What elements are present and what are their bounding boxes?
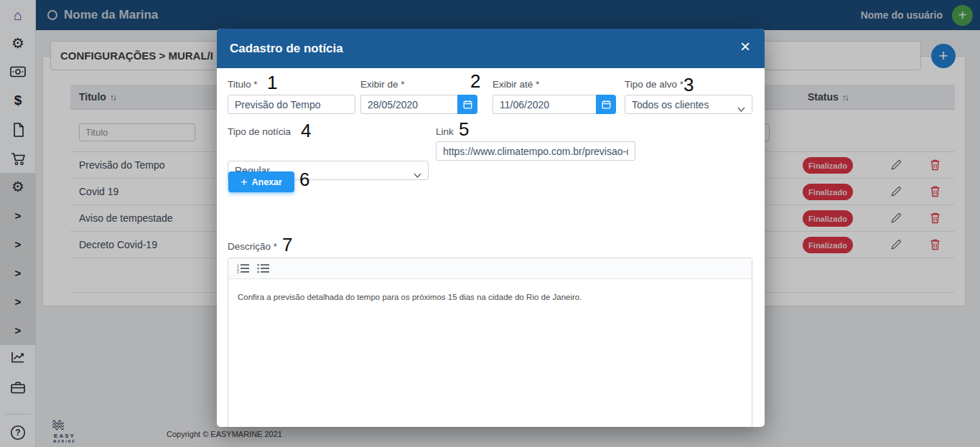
svg-text:3: 3 [237, 270, 239, 273]
app-frame: ⌂ ⚙ $ ⚙ > > > > > ? Nome da Marina [0, 0, 980, 447]
bullet-list-icon[interactable] [257, 263, 270, 273]
step-number-2: 2 [470, 72, 480, 90]
descricao-editor: 123 Confira a previsão detalhada do temp… [228, 258, 752, 427]
news-register-modal: Cadastro de notícia × Titulo * Exibir de… [217, 29, 765, 427]
exibir-ate-input[interactable] [493, 95, 596, 114]
anexar-button[interactable]: + Anexar [228, 171, 294, 192]
descricao-content[interactable]: Confira a previsão detalhada do tempo pa… [228, 279, 752, 315]
ordered-list-icon[interactable]: 123 [237, 263, 250, 273]
calendar-icon[interactable] [457, 95, 477, 114]
step-number-6: 6 [299, 170, 309, 189]
exibir-ate-label: Exibir até * [493, 79, 539, 90]
tipo-alvo-label: Tipo de alvo * [625, 79, 683, 90]
step-number-3: 3 [683, 75, 694, 94]
modal-title: Cadastro de notícia [230, 42, 343, 56]
step-number-5: 5 [459, 120, 469, 138]
tipo-noticia-label: Tipo de notícia [228, 126, 291, 137]
plus-icon: + [241, 176, 247, 189]
titulo-label: Titulo * [228, 79, 258, 90]
exibir-de-label: Exibir de * [360, 79, 405, 90]
link-label: Link [436, 126, 454, 137]
exibir-de-group [360, 95, 477, 114]
link-input[interactable] [436, 141, 635, 161]
modal-header: Cadastro de notícia × [217, 29, 765, 68]
titulo-input[interactable] [228, 95, 355, 114]
chevron-down-icon [414, 169, 421, 180]
chevron-down-icon [737, 103, 745, 114]
calendar-icon[interactable] [596, 95, 616, 114]
step-number-7: 7 [282, 235, 292, 254]
descricao-label: Descrição * [228, 241, 277, 252]
step-number-1: 1 [267, 73, 277, 92]
step-number-4: 4 [301, 121, 311, 140]
close-icon[interactable]: × [740, 38, 750, 55]
editor-toolbar: 123 [228, 258, 752, 279]
tipo-alvo-select[interactable]: Todos os clientes [625, 95, 752, 114]
exibir-de-input[interactable] [360, 95, 457, 114]
exibir-ate-group [493, 95, 616, 114]
